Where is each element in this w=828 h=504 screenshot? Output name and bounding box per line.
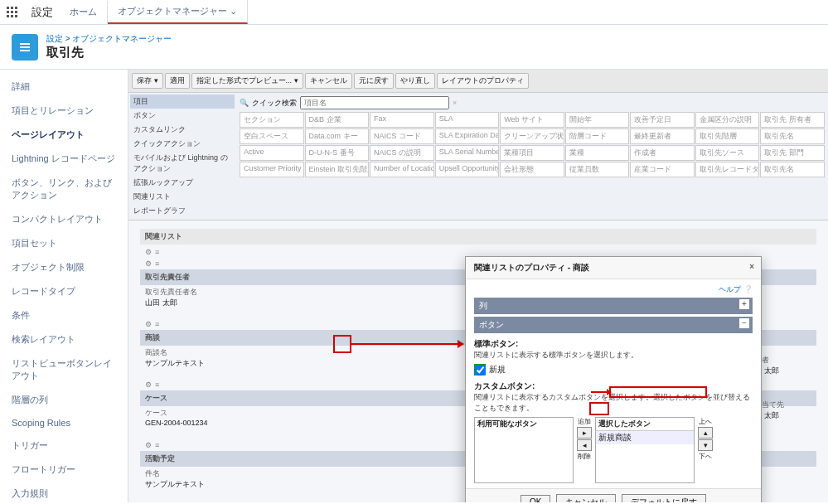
sidenav-item[interactable]: ページレイアウト [0, 123, 128, 147]
sidenav-item[interactable]: 項目セット [0, 231, 128, 255]
palette-field[interactable]: NAICS コード [370, 128, 434, 144]
annotation-redbox-add [589, 402, 609, 415]
palette-field[interactable]: 取引先名 [760, 128, 825, 144]
sidenav-item[interactable]: リストビューボタンレイアウト [0, 351, 128, 388]
palette-category[interactable]: クイックアクション [130, 137, 235, 151]
sidenav-item[interactable]: 入力規則 [0, 482, 128, 504]
sidenav-item[interactable]: トリガー [0, 434, 128, 458]
remove-button[interactable]: ◂ [577, 439, 592, 451]
sidenav-item[interactable]: 詳細 [0, 75, 128, 99]
toolbar-button[interactable]: 保存 ▾ [132, 73, 163, 89]
palette-field[interactable]: 取引先名 [760, 162, 825, 177]
palette-field[interactable]: SLA [435, 112, 500, 128]
sidenav-item[interactable]: 条件 [0, 303, 128, 327]
clear-icon[interactable]: × [453, 99, 457, 107]
sidenav-item[interactable]: フロートリガー [0, 458, 128, 482]
move-controls: 追加 ▸ ◂ 削除 [577, 417, 592, 461]
palette-field[interactable]: D-U-N-S 番号 [305, 145, 370, 161]
palette-field[interactable]: 取引先階層 [695, 128, 760, 144]
up-button[interactable]: ▴ [698, 427, 713, 439]
selected-item[interactable]: 新規商談 [596, 431, 694, 444]
palette-category[interactable]: レポートグラフ [130, 204, 235, 218]
breadcrumb[interactable]: 設定 > オブジェクトマネージャー [46, 33, 172, 45]
add-button[interactable]: ▸ [577, 427, 592, 439]
toolbar-button[interactable]: 元に戻す [354, 73, 394, 89]
palette-field[interactable]: Upsell Opportunity [435, 162, 500, 177]
palette-category[interactable]: 拡張ルックアップ [130, 176, 235, 190]
selected-buttons-list[interactable]: 選択したボタン 新規商談 [595, 417, 695, 483]
palette-field[interactable]: Active [240, 145, 304, 161]
sidenav-item[interactable]: 項目とリレーション [0, 99, 128, 123]
cancel-button[interactable]: キャンセル [556, 494, 616, 502]
ok-button[interactable]: OK [521, 495, 550, 502]
search-icon: 🔍 [240, 99, 249, 107]
section-buttons[interactable]: ボタン− [474, 317, 753, 333]
sidenav-item[interactable]: オブジェクト制限 [0, 255, 128, 279]
app-launcher-icon[interactable] [0, 0, 25, 25]
palette-field[interactable]: Einstein 取引先階層 [305, 162, 370, 177]
palette-field[interactable]: 取引先ソース [695, 145, 760, 161]
palette-field[interactable]: 階層コード [565, 128, 630, 144]
object-icon [12, 34, 38, 61]
palette-field[interactable]: 改善予定日 [630, 112, 695, 128]
palette-category[interactable]: モバイルおよび Lightning のアクション [130, 151, 235, 176]
section-columns[interactable]: 列+ [474, 298, 753, 314]
palette-field[interactable]: Fax [370, 112, 434, 128]
sidenav-item[interactable]: 階層の列 [0, 388, 128, 412]
palette-field[interactable]: 金属区分の説明 [695, 112, 760, 128]
palette-field[interactable]: 作成者 [630, 145, 695, 161]
toolbar-button[interactable]: やり直し [395, 73, 435, 89]
palette-field[interactable]: 取引先 部門 [760, 145, 825, 161]
palette-category[interactable]: カスタムリンク [130, 123, 235, 137]
sidenav-item[interactable]: Lightning レコードページ [0, 147, 128, 171]
toolbar-button[interactable]: キャンセル [305, 73, 352, 89]
expand-icon[interactable]: + [739, 299, 749, 309]
sidenav-item[interactable]: レコードタイプ [0, 279, 128, 303]
selected-header: 選択したボタン [596, 418, 694, 431]
palette-field[interactable]: SLA Serial Number [435, 145, 500, 161]
tab-home[interactable]: ホーム [60, 1, 108, 23]
related-list-header: 関連リスト [140, 229, 816, 245]
revert-button[interactable]: デフォルトに戻す [622, 494, 706, 502]
palette-field[interactable]: 従業員数 [565, 162, 630, 177]
palette-field[interactable]: 取引先レコードタイプ [695, 162, 760, 177]
palette-field[interactable]: 空白スペース [240, 128, 304, 144]
palette-field[interactable]: 業種項目 [500, 145, 564, 161]
toolbar-button[interactable]: 適用 [165, 73, 190, 89]
sidenav-item[interactable]: コンパクトレイアウト [0, 207, 128, 231]
sidenav-item[interactable]: ボタン、リンク、およびアクション [0, 171, 128, 207]
down-button[interactable]: ▾ [698, 439, 713, 451]
search-input[interactable] [300, 96, 449, 109]
palette-category[interactable]: 関連リスト [130, 190, 235, 204]
palette-field[interactable]: 産業コード [630, 162, 695, 177]
close-icon[interactable]: × [749, 262, 754, 271]
toolbar-button[interactable]: 指定した形式でプレビュー... ▾ [191, 73, 303, 89]
palette-field[interactable]: SLA Expiration Date [435, 128, 500, 144]
palette-field[interactable]: Data.com キー [305, 128, 370, 144]
help-link[interactable]: ヘルプ [719, 285, 741, 293]
palette-field[interactable]: セクション [240, 112, 304, 128]
sidenav-item[interactable]: 検索レイアウト [0, 327, 128, 351]
palette-field[interactable]: 業種 [565, 145, 630, 161]
standard-buttons-desc: 関連リストに表示する標準ボタンを選択します。 [474, 350, 753, 361]
palette-field[interactable]: 会社形態 [500, 162, 564, 177]
palette-category[interactable]: ボタン [130, 109, 235, 123]
available-buttons-list[interactable]: 利用可能なボタン [474, 417, 574, 483]
sidenav-item[interactable]: Scoping Rules [0, 412, 128, 434]
collapse-icon[interactable]: − [739, 318, 749, 328]
palette-field[interactable]: 最終更新者 [630, 128, 695, 144]
palette-field[interactable]: Customer Priority [240, 162, 304, 177]
palette-field[interactable]: クリーンアップ状況 [500, 128, 564, 144]
palette-field[interactable]: D&B 企業 [305, 112, 370, 128]
banner-label: ボタン [479, 320, 504, 329]
palette-field[interactable]: 取引先 所有者 [760, 112, 825, 128]
palette-field[interactable]: Web サイト [500, 112, 564, 128]
palette-field[interactable]: Number of Locations [370, 162, 434, 177]
palette-category[interactable]: 項目 [130, 94, 235, 109]
tab-object-manager[interactable]: オブジェクトマネージャー ⌄ [108, 0, 248, 24]
toolbar-button[interactable]: レイアウトのプロパティ [437, 73, 529, 89]
new-checkbox[interactable] [475, 365, 486, 376]
palette-field[interactable]: NAICS の説明 [370, 145, 434, 161]
palette-field[interactable]: 開始年 [565, 112, 630, 128]
topbar: 設定 ホーム オブジェクトマネージャー ⌄ [0, 0, 828, 25]
